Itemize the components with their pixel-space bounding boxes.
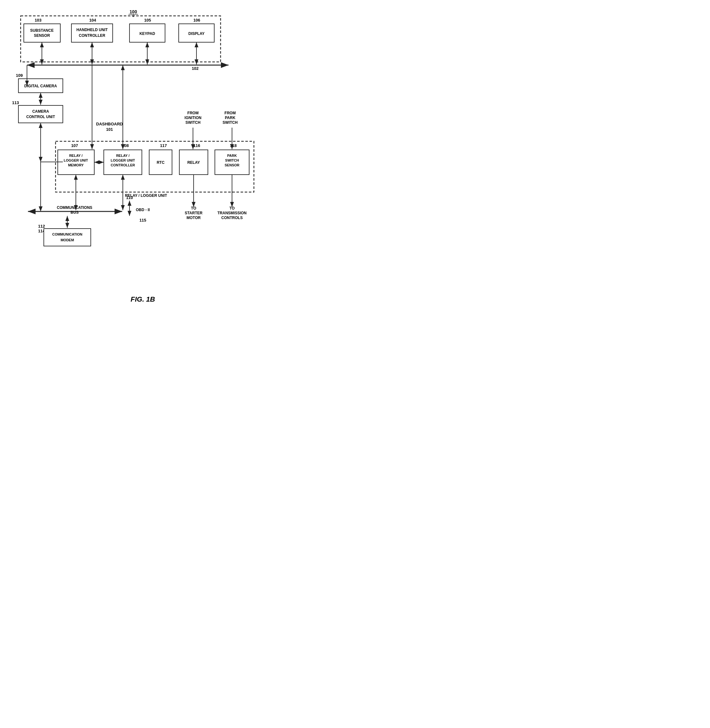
svg-rect-21	[129, 24, 165, 42]
svg-line-10	[133, 15, 135, 17]
svg-rect-39	[18, 106, 63, 123]
svg-text:107: 107	[71, 143, 78, 148]
svg-text:DASHBOARD: DASHBOARD	[96, 122, 123, 126]
svg-text:SWITCH: SWITCH	[185, 120, 200, 125]
svg-text:SENSOR: SENSOR	[34, 33, 50, 38]
svg-text:109: 109	[16, 73, 23, 78]
svg-text:KEYPAD: KEYPAD	[139, 31, 155, 36]
svg-text:TO: TO	[191, 206, 196, 210]
svg-text:PARK: PARK	[227, 154, 237, 157]
svg-text:FROM: FROM	[224, 111, 236, 115]
svg-text:FROM: FROM	[187, 111, 198, 115]
svg-rect-23	[179, 24, 214, 42]
svg-text:115: 115	[139, 218, 146, 223]
svg-text:TO: TO	[229, 206, 235, 210]
svg-text:RELAY /: RELAY /	[116, 154, 129, 157]
svg-text:108: 108	[122, 143, 129, 148]
svg-text:RELAY / LOGGER UNIT: RELAY / LOGGER UNIT	[125, 193, 167, 198]
diagram: 100 103 104 105 106 SUBSTANCE SENSOR HAN…	[6, 6, 279, 292]
svg-rect-70	[179, 150, 208, 175]
svg-text:CONTROLLER: CONTROLLER	[111, 163, 135, 167]
svg-text:RELAY: RELAY	[187, 160, 200, 165]
svg-rect-15	[24, 24, 60, 42]
svg-text:PARK: PARK	[225, 116, 235, 120]
svg-text:COMMUNICATION: COMMUNICATION	[52, 232, 82, 236]
svg-rect-68	[149, 150, 172, 175]
svg-text:110: 110	[126, 195, 133, 200]
svg-text:OBD - II: OBD - II	[136, 208, 150, 212]
svg-text:BUS: BUS	[70, 210, 78, 214]
svg-text:116: 116	[193, 143, 200, 148]
svg-text:CONTROLLER: CONTROLLER	[79, 33, 106, 38]
svg-text:100: 100	[129, 9, 137, 14]
svg-text:DISPLAY: DISPLAY	[189, 31, 205, 36]
svg-text:114: 114	[38, 229, 45, 233]
svg-text:IGNITION: IGNITION	[185, 116, 201, 120]
svg-text:101: 101	[106, 127, 113, 132]
svg-text:MODEM: MODEM	[61, 238, 74, 242]
svg-text:105: 105	[144, 18, 151, 22]
svg-text:HANDHELD UNIT: HANDHELD UNIT	[76, 28, 108, 32]
svg-text:SWITCH: SWITCH	[225, 159, 239, 162]
svg-text:118: 118	[230, 143, 237, 148]
svg-text:RELAY /: RELAY /	[69, 154, 82, 157]
svg-text:SWITCH: SWITCH	[223, 120, 238, 125]
svg-rect-60	[58, 150, 94, 175]
svg-rect-5	[56, 141, 254, 192]
svg-text:CONTROL UNIT: CONTROL UNIT	[26, 114, 55, 119]
svg-rect-72	[215, 150, 249, 175]
svg-text:112: 112	[38, 224, 45, 229]
svg-text:MOTOR: MOTOR	[186, 216, 201, 220]
figure-label: FIG. 1B	[6, 295, 279, 304]
svg-text:CAMERA: CAMERA	[32, 109, 49, 114]
svg-text:MEMORY: MEMORY	[68, 163, 84, 167]
svg-text:106: 106	[193, 18, 200, 22]
svg-text:RTC: RTC	[157, 160, 165, 165]
svg-text:117: 117	[160, 143, 167, 148]
svg-text:CONTROLS: CONTROLS	[221, 216, 242, 220]
svg-text:103: 103	[35, 18, 41, 22]
svg-rect-64	[104, 150, 142, 175]
svg-line-9	[132, 15, 133, 17]
svg-text:LOGGER UNIT: LOGGER UNIT	[111, 159, 135, 162]
svg-text:104: 104	[89, 18, 96, 22]
svg-text:SUBSTANCE: SUBSTANCE	[30, 28, 54, 33]
svg-rect-98	[44, 229, 91, 246]
svg-text:SENSOR: SENSOR	[225, 163, 240, 167]
svg-text:102: 102	[192, 66, 199, 71]
diagram-svg: 100 103 104 105 106 SUBSTANCE SENSOR HAN…	[6, 6, 279, 292]
svg-rect-4	[21, 16, 221, 62]
svg-text:LOGGER UNIT: LOGGER UNIT	[64, 159, 88, 162]
svg-text:DIGITAL CAMERA: DIGITAL CAMERA	[25, 84, 57, 88]
svg-rect-18	[72, 24, 113, 42]
svg-text:113: 113	[12, 100, 19, 105]
svg-text:STARTER: STARTER	[185, 211, 202, 215]
svg-text:TRANSMISSION: TRANSMISSION	[217, 211, 246, 215]
svg-rect-36	[18, 79, 63, 93]
svg-text:COMMUNICATIONS: COMMUNICATIONS	[57, 205, 92, 210]
